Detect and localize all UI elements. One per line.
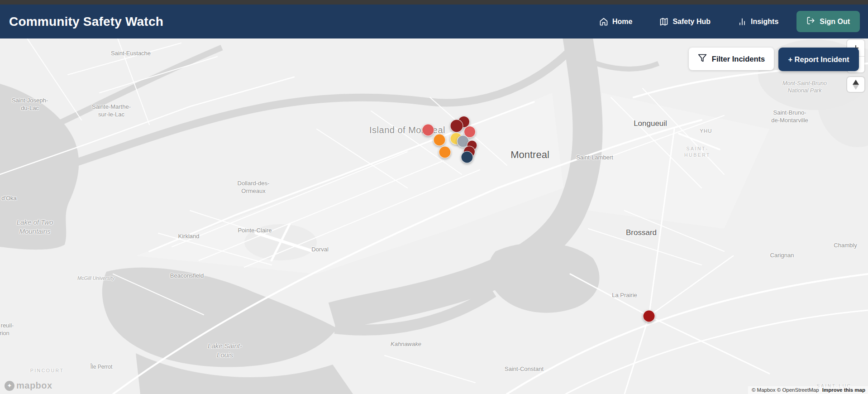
incident-marker[interactable] bbox=[461, 151, 473, 163]
mapbox-logo-icon bbox=[5, 381, 14, 391]
funnel-icon bbox=[698, 53, 707, 64]
sign-out-button[interactable]: Sign Out bbox=[796, 11, 860, 32]
nav-item-safety-hub[interactable]: Safety Hub bbox=[659, 17, 711, 26]
map-icon bbox=[659, 17, 668, 26]
log-out-icon bbox=[806, 16, 815, 27]
incident-marker[interactable] bbox=[422, 124, 434, 136]
compass-needle-icon bbox=[853, 80, 859, 90]
incident-marker[interactable] bbox=[450, 120, 463, 133]
home-icon bbox=[599, 17, 608, 26]
filter-incidents-button[interactable]: Filter Incidents bbox=[689, 48, 774, 70]
bar-chart-icon bbox=[738, 17, 747, 26]
improve-map-link[interactable]: Improve this map bbox=[822, 387, 865, 393]
nav-label-insights: Insights bbox=[751, 18, 778, 26]
main-nav: Home Safety Hub Insights Sign Out bbox=[572, 11, 860, 32]
report-incident-label: + Report Incident bbox=[788, 55, 849, 64]
nav-item-home[interactable]: Home bbox=[599, 17, 632, 26]
incident-marker[interactable] bbox=[439, 146, 451, 159]
report-incident-button[interactable]: + Report Incident bbox=[778, 48, 859, 71]
app-title: Community Safety Watch bbox=[9, 14, 163, 29]
incident-marker[interactable] bbox=[643, 310, 655, 322]
mapbox-logo[interactable]: mapbox bbox=[5, 380, 52, 391]
browser-top-strip bbox=[0, 0, 868, 5]
mapbox-logo-text: mapbox bbox=[16, 380, 52, 391]
map-compass-control[interactable] bbox=[847, 77, 864, 92]
attribution-mapbox-link[interactable]: © Mapbox bbox=[752, 387, 776, 393]
nav-item-insights[interactable]: Insights bbox=[738, 17, 778, 26]
map-canvas[interactable]: Saint-EustacheSaint-Joseph-du-LacSainte-… bbox=[0, 38, 868, 394]
sign-out-label: Sign Out bbox=[820, 18, 850, 26]
map-attribution: © Mapbox © OpenStreetMap Improve this ma… bbox=[748, 386, 868, 394]
nav-label-home: Home bbox=[612, 18, 632, 26]
nav-label-safety-hub: Safety Hub bbox=[672, 18, 711, 26]
incident-markers-layer bbox=[0, 38, 868, 394]
filter-incidents-label: Filter Incidents bbox=[712, 55, 765, 63]
attribution-osm-link[interactable]: © OpenStreetMap bbox=[777, 387, 819, 393]
incident-marker[interactable] bbox=[434, 134, 446, 146]
app-header: Community Safety Watch Home Safety Hub I… bbox=[0, 5, 868, 38]
